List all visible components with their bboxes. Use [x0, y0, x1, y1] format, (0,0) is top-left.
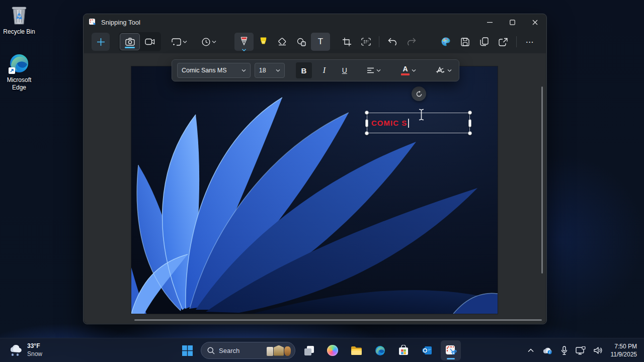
bold-label: B	[301, 66, 307, 75]
more-options-label: ⋯	[526, 37, 534, 47]
eraser-button[interactable]	[273, 33, 292, 51]
edge-browser-button[interactable]	[370, 340, 390, 360]
weather-condition: Snow	[27, 350, 42, 358]
ballpoint-pen-button[interactable]	[234, 33, 254, 51]
copilot-icon	[327, 345, 338, 356]
volume-tray-button[interactable]	[591, 341, 606, 359]
snip-shape-dropdown[interactable]	[166, 33, 192, 51]
shapes-button[interactable]	[292, 33, 311, 51]
chevron-down-icon	[242, 69, 246, 72]
screenshot-mode-button[interactable]	[120, 33, 140, 50]
highlighter-button[interactable]	[254, 33, 273, 51]
alignment-dropdown[interactable]	[365, 62, 383, 78]
delay-dropdown[interactable]	[195, 33, 222, 51]
toolbar-separator	[379, 36, 379, 47]
bold-button[interactable]: B	[296, 62, 312, 78]
resize-handle-top-right[interactable]	[468, 111, 472, 115]
clock-widget[interactable]: 7:50 PM 11/9/2025	[608, 342, 641, 358]
font-color-dropdown[interactable]: A	[399, 62, 418, 78]
underline-button[interactable]: U	[337, 62, 353, 78]
redo-button[interactable]	[402, 33, 421, 51]
title-bar[interactable]: Snipping Tool	[84, 14, 546, 30]
network-tray-button[interactable]	[573, 341, 589, 359]
save-button[interactable]	[455, 33, 474, 51]
highlighter-icon	[259, 37, 268, 47]
undo-button[interactable]	[383, 33, 402, 51]
new-snip-button[interactable]	[92, 33, 110, 51]
underline-label: U	[342, 66, 347, 74]
italic-button[interactable]: I	[316, 62, 332, 78]
more-options-button[interactable]: ⋯	[520, 33, 539, 51]
speaker-icon	[594, 346, 603, 354]
desktop-icon-recycle-bin[interactable]: Recycle Bin	[0, 4, 38, 36]
font-family-select[interactable]: Comic Sans MS	[177, 63, 251, 78]
resize-handle-bottom-right[interactable]	[468, 131, 472, 135]
text-tool-label: T	[318, 37, 323, 47]
share-button[interactable]	[494, 33, 513, 51]
edit-in-paint-button[interactable]	[436, 33, 455, 51]
text-background-dropdown[interactable]	[433, 62, 454, 78]
chevron-down-icon	[376, 69, 381, 72]
close-button[interactable]	[524, 14, 546, 30]
text-annotation-box[interactable]: COMIC S	[367, 113, 470, 133]
crop-button[interactable]	[337, 33, 356, 51]
snipping-tool-icon	[445, 344, 457, 356]
font-family-value: Comic Sans MS	[182, 67, 227, 74]
vertical-scrollbar[interactable]	[541, 86, 543, 274]
resize-handle-top-left[interactable]	[365, 111, 369, 115]
outlook-icon	[422, 345, 433, 356]
search-box[interactable]: Search	[201, 342, 295, 359]
editing-canvas[interactable]: COMIC S	[84, 53, 546, 323]
shapes-icon	[297, 38, 306, 46]
window-title: Snipping Tool	[101, 19, 140, 26]
crop-icon	[343, 38, 351, 46]
microphone-tray-button[interactable]	[558, 341, 571, 359]
search-highlight-thumbnails	[267, 345, 293, 356]
svg-text:i: i	[549, 350, 550, 354]
snipping-tool-window: Snipping Tool	[83, 14, 547, 324]
capture-mode-toggle	[119, 32, 161, 51]
onedrive-tray-button[interactable]: i	[539, 341, 556, 359]
main-toolbar: T	[84, 30, 546, 53]
snipping-tool-app-icon	[89, 18, 97, 26]
video-mode-button[interactable]	[140, 33, 160, 50]
chevron-down-icon	[412, 69, 416, 72]
text-actions-button[interactable]	[356, 33, 375, 51]
eraser-icon	[278, 38, 287, 46]
resize-handle-right[interactable]	[468, 119, 471, 127]
maximize-button[interactable]	[501, 14, 524, 30]
start-button[interactable]	[177, 340, 197, 360]
chevron-down-icon	[447, 69, 452, 72]
recycle-bin-icon	[8, 4, 30, 26]
snipping-tool-taskbar-button[interactable]	[441, 340, 461, 360]
minimize-button[interactable]	[478, 14, 501, 30]
outlook-button[interactable]	[417, 340, 437, 360]
font-size-select[interactable]: 18	[255, 63, 285, 78]
resize-handle-left[interactable]	[365, 119, 368, 127]
taskbar: 33°F Snow Search	[0, 338, 644, 362]
text-tool-button[interactable]: T	[311, 33, 330, 51]
align-left-icon	[367, 67, 374, 73]
edge-icon	[374, 345, 386, 356]
desktop-icon-microsoft-edge[interactable]: Microsoft Edge	[0, 52, 38, 92]
file-explorer-icon	[351, 346, 362, 355]
rotate-handle[interactable]	[412, 86, 426, 101]
horizontal-scrollbar[interactable]	[134, 319, 542, 321]
file-explorer-button[interactable]	[346, 340, 366, 360]
video-camera-icon	[145, 38, 155, 45]
pen-icon	[240, 37, 248, 47]
running-app-indicator	[447, 358, 455, 359]
redo-icon	[407, 38, 416, 46]
copy-button[interactable]	[474, 33, 494, 51]
task-view-button[interactable]	[299, 340, 319, 360]
tray-time: 7:50 PM	[611, 342, 637, 350]
copilot-button[interactable]	[323, 340, 343, 360]
hidden-icons-button[interactable]	[525, 341, 537, 359]
search-placeholder: Search	[219, 347, 263, 354]
resize-handle-bottom-left[interactable]	[365, 131, 369, 135]
microsoft-store-button[interactable]	[393, 340, 414, 360]
weather-widget[interactable]: 33°F Snow	[4, 338, 46, 362]
tray-date: 11/9/2025	[611, 350, 637, 358]
rotate-icon	[416, 90, 423, 98]
camera-icon	[125, 38, 135, 46]
